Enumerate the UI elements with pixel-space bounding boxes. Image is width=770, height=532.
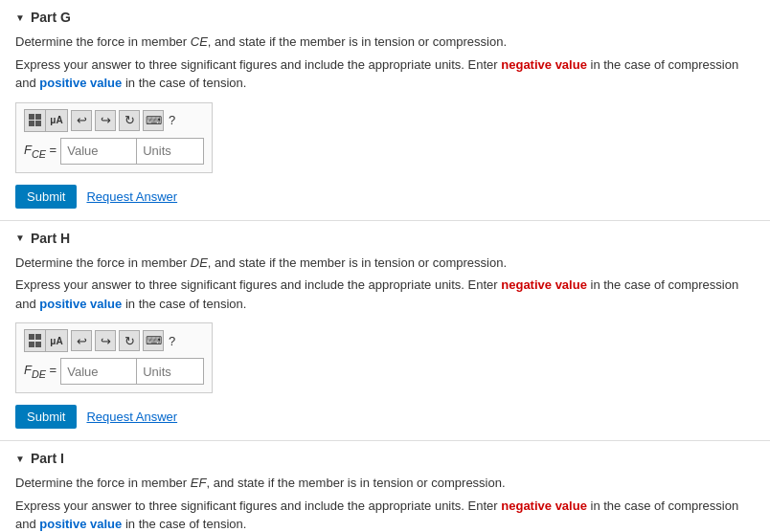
part-h-help-btn[interactable]: ? [169,334,175,348]
part-g-input-label: FCE = [24,143,57,160]
part-h-submit-btn[interactable]: Submit [15,405,77,429]
part-g-btn-row: SubmitRequest Answer [15,185,755,209]
part-h-toolbar-btn-group: μA [24,329,68,352]
part-g-title: Part G [31,10,71,25]
part-g-description: Determine the force in member CE, and st… [15,33,755,52]
chevron-down-icon[interactable]: ▼ [15,233,25,243]
chevron-down-icon[interactable]: ▼ [15,454,25,464]
part-g-toolbar-btn-group: μA [24,109,68,132]
part-i-section: ▼Part IDetermine the force in member EF,… [0,441,770,532]
part-g-negative-highlight: negative value [501,57,587,72]
part-g-input-row: FCE = [24,138,204,165]
part-h-input-row: FDE = [24,358,204,385]
part-g-member-var: CE [191,34,208,49]
part-g-submit-btn[interactable]: Submit [15,185,77,209]
part-g-value-input[interactable] [60,138,137,165]
part-g-section: ▼Part GDetermine the force in member CE,… [0,0,770,221]
part-h-units-input[interactable] [137,358,204,385]
part-h-header: ▼Part H [15,231,755,246]
part-g-instructions: Express your answer to three significant… [15,55,755,93]
part-h-description: Determine the force in member DE, and st… [15,254,755,273]
chevron-down-icon[interactable]: ▼ [15,12,25,23]
part-g-units-input[interactable] [137,138,204,165]
part-h-grid-icon-btn[interactable] [25,330,46,351]
part-h-title: Part H [31,231,70,246]
part-i-member-var: EF [191,476,207,490]
part-g-redo-btn[interactable]: ↪ [95,110,116,131]
part-h-keyboard-btn[interactable]: ⌨ [143,330,164,351]
part-g-help-btn[interactable]: ? [169,113,175,127]
part-i-title: Part I [31,451,64,466]
part-g-request-answer-link[interactable]: Request Answer [86,189,177,204]
part-g-grid-icon-btn[interactable] [25,110,46,131]
part-h-undo-btn[interactable]: ↩ [71,330,92,351]
part-g-keyboard-btn[interactable]: ⌨ [143,110,164,131]
part-h-negative-highlight: negative value [501,277,587,292]
part-i-negative-highlight: negative value [501,499,587,513]
part-h-request-answer-link[interactable]: Request Answer [86,410,177,424]
part-i-header: ▼Part I [15,451,755,466]
part-h-member-var: DE [191,255,208,270]
part-g-unit-btn[interactable]: μA [46,110,67,131]
part-g-input-area: μA↩↪↻⌨?FCE = [15,102,213,173]
part-g-positive-highlight: positive value [39,76,122,90]
part-i-description: Determine the force in member EF, and st… [15,474,755,493]
part-h-unit-btn[interactable]: μA [46,330,67,351]
part-g-toolbar: μA↩↪↻⌨? [24,109,204,132]
part-h-instructions: Express your answer to three significant… [15,276,755,313]
part-g-header: ▼Part G [15,10,755,25]
part-h-positive-highlight: positive value [39,297,122,311]
part-g-refresh-btn[interactable]: ↻ [119,110,140,131]
part-h-toolbar: μA↩↪↻⌨? [24,329,204,352]
part-h-input-area: μA↩↪↻⌨?FDE = [15,322,213,393]
page-container: ▼Part GDetermine the force in member CE,… [0,0,770,532]
part-h-input-label: FDE = [24,363,57,380]
part-h-btn-row: SubmitRequest Answer [15,405,755,429]
part-h-value-input[interactable] [60,358,137,385]
part-i-positive-highlight: positive value [39,517,122,531]
part-g-undo-btn[interactable]: ↩ [71,110,92,131]
part-h-section: ▼Part HDetermine the force in member DE,… [0,221,770,442]
part-i-instructions: Express your answer to three significant… [15,497,755,533]
part-h-redo-btn[interactable]: ↪ [95,330,116,351]
part-h-refresh-btn[interactable]: ↻ [119,330,140,351]
